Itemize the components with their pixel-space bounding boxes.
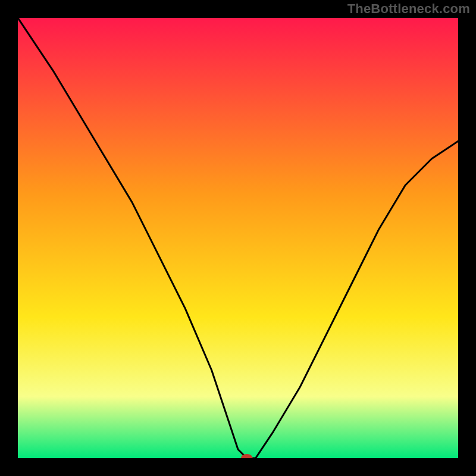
watermark-text: TheBottleneck.com [347,1,470,17]
chart-svg [18,18,458,458]
chart-frame: TheBottleneck.com [0,0,476,476]
chart-plot-area [18,18,458,458]
chart-background [18,18,458,458]
